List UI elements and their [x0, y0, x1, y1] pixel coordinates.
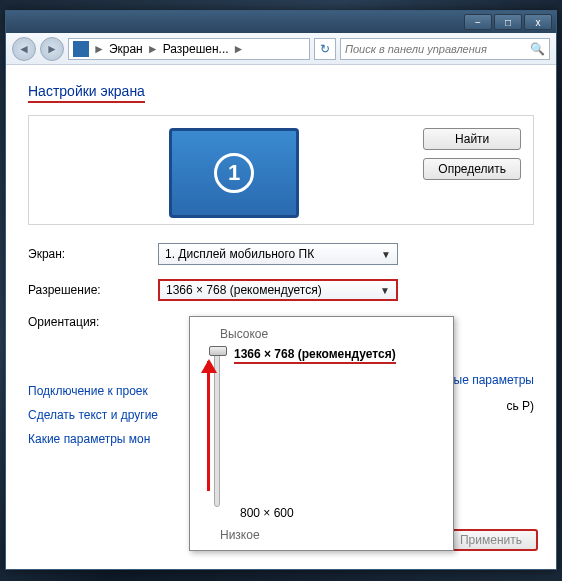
resolution-dropdown: Высокое 1366 × 768 (рекомендуется) 800 ×…	[189, 316, 454, 551]
breadcrumb-sep-icon: ►	[91, 42, 107, 56]
monitor-number: 1	[214, 153, 254, 193]
chevron-down-icon: ▼	[380, 285, 390, 296]
search-input[interactable]	[345, 43, 530, 55]
close-button[interactable]: x	[524, 14, 552, 30]
back-button[interactable]: ◄	[12, 37, 36, 61]
breadcrumb-sep-icon: ►	[145, 42, 161, 56]
screen-select[interactable]: 1. Дисплей мобильного ПК ▼	[158, 243, 398, 265]
breadcrumb-item[interactable]: Разрешен...	[163, 42, 229, 56]
forward-button[interactable]: ►	[40, 37, 64, 61]
page-title: Настройки экрана	[28, 83, 145, 103]
search-box[interactable]: 🔍	[340, 38, 550, 60]
monitor-thumbnail[interactable]: 1	[169, 128, 299, 218]
apply-button[interactable]: Применить	[444, 529, 538, 551]
resolution-select[interactable]: 1366 × 768 (рекомендуется) ▼	[158, 279, 398, 301]
slider-high-label: Высокое	[220, 327, 439, 341]
projector-suffix-text: сь P)	[506, 399, 534, 413]
detect-button[interactable]: Определить	[423, 158, 521, 180]
chevron-down-icon: ▼	[381, 249, 391, 260]
slider-low-label: Низкое	[220, 528, 439, 542]
find-button[interactable]: Найти	[423, 128, 521, 150]
orientation-label: Ориентация:	[28, 315, 158, 329]
refresh-button[interactable]: ↻	[314, 38, 336, 60]
breadcrumb-sep-icon: ►	[231, 42, 247, 56]
breadcrumb[interactable]: ► Экран ► Разрешен... ►	[68, 38, 310, 60]
titlebar: − □ x	[6, 11, 556, 33]
resolution-value: 1366 × 768 (рекомендуется)	[166, 283, 322, 297]
navbar: ◄ ► ► Экран ► Разрешен... ► ↻ 🔍	[6, 33, 556, 65]
display-preview-panel: 1 Найти Определить	[28, 115, 534, 225]
resolution-label: Разрешение:	[28, 283, 158, 297]
screen-value: 1. Дисплей мобильного ПК	[165, 247, 314, 261]
control-panel-window: − □ x ◄ ► ► Экран ► Разрешен... ► ↻ 🔍 На…	[5, 10, 557, 570]
breadcrumb-item[interactable]: Экран	[109, 42, 143, 56]
resolution-slider[interactable]	[214, 347, 220, 507]
display-icon	[73, 41, 89, 57]
minimize-button[interactable]: −	[464, 14, 492, 30]
maximize-button[interactable]: □	[494, 14, 522, 30]
slider-thumb[interactable]	[209, 346, 227, 356]
selected-resolution[interactable]: 1366 × 768 (рекомендуется)	[234, 347, 396, 364]
search-icon: 🔍	[530, 42, 545, 56]
min-resolution-label: 800 × 600	[240, 506, 294, 520]
screen-label: Экран:	[28, 247, 158, 261]
